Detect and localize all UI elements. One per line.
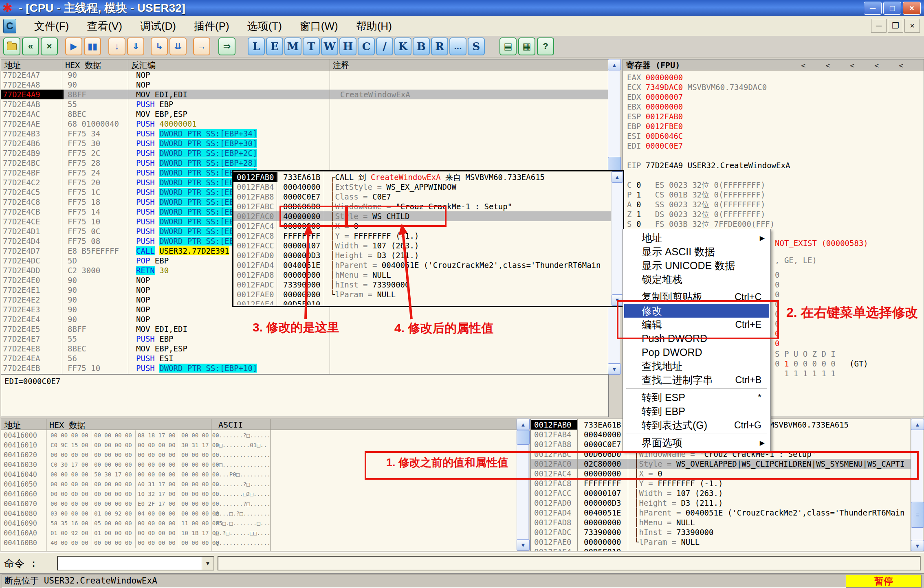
stack-row[interactable]: 0012FAD40040051E│hParent = 0040051E ('Cr… <box>233 260 611 270</box>
pause-button[interactable]: ▮▮ <box>84 37 101 55</box>
menu-item-popdword[interactable]: Pop DWORD <box>623 345 770 359</box>
flag-row[interactable]: C 0 ES 0023 32位 0(FFFFFFFF) <box>627 180 790 190</box>
disasm-row[interactable]: 77D2E4EA56PUSH ESI <box>1 353 608 363</box>
stack-scrollbar[interactable] <box>911 419 923 551</box>
stack-row[interactable]: 0012FAB0733EA61B┌CALL 到 CreateWindowExA … <box>233 172 611 182</box>
register-row[interactable]: EIP 77D2E4A9 USER32.CreateWindowExA <box>627 160 790 170</box>
menu-item-[interactable]: 界面选项▶ <box>623 436 770 450</box>
register-row[interactable]: EBX 00000000 <box>627 102 790 112</box>
disasm-row[interactable]: 77D2E4A890NOP <box>1 80 608 90</box>
menu-item-esp[interactable]: 转到 ESP* <box>623 391 770 404</box>
view-button-h[interactable]: H <box>339 37 356 55</box>
disasm-row[interactable]: 77D2E4B9FF75 2CPUSH DWORD PTR SS:[EBP+2C… <box>1 148 608 158</box>
collapse-icon[interactable]: < <box>801 61 805 70</box>
stack-row[interactable]: 0012FAC8FFFFFFFF│Y = FFFFFFFF (-1.) <box>233 231 611 241</box>
view-button-e[interactable]: E <box>266 37 283 55</box>
menubar-item[interactable]: 调试(D) <box>140 19 176 33</box>
dropdown-arrow-icon[interactable]: ▼ <box>202 557 213 570</box>
menubar-item[interactable]: 查看(V) <box>87 19 122 33</box>
register-row[interactable]: EDX 00000007 <box>627 92 790 102</box>
dump-row[interactable]: 0041607000 00 00 0000 00 00 00E0 2F 17 0… <box>1 499 517 509</box>
dump-row[interactable]: 0041600000 00 00 0000 00 00 0088 18 17 0… <box>1 430 517 440</box>
col-ascii[interactable]: ASCII <box>218 420 243 430</box>
run-button[interactable]: ▶ <box>65 37 82 55</box>
disasm-row[interactable]: 77D2E4AC8BECMOV EBP,ESP <box>1 109 608 119</box>
log-window-button[interactable]: ▤ <box>499 37 517 55</box>
view-button-/[interactable]: / <box>376 37 393 55</box>
disasm-row[interactable]: 77D2E4A98BFFMOV EDI,EDICreateWindowExA <box>1 90 608 99</box>
help-button[interactable]: ? <box>537 37 554 55</box>
stack-row[interactable]: 0012FABC00D606D0│WindowName = "Crouz Cra… <box>233 202 611 211</box>
view-button-r[interactable]: R <box>431 37 448 55</box>
col-address[interactable]: 地址 <box>4 420 21 431</box>
stack-row[interactable]: 0012FADC73390000│hInst = 73390000 <box>233 280 611 290</box>
maximize-button[interactable]: □ <box>883 2 901 15</box>
view-button-s[interactable]: S <box>468 37 485 55</box>
stack-row[interactable]: 0012FACC00000107│Width = 107 (263.) <box>531 488 911 498</box>
stack-row[interactable]: 0012FAE000000000└lParam = NULL <box>531 537 911 547</box>
open-file-button[interactable] <box>3 37 20 55</box>
flag-row[interactable]: S 0 FS 003B 32位 7FFDE000(FFF) <box>627 219 790 229</box>
stack-row[interactable]: 0012FAC8FFFFFFFF│Y = FFFFFFFF (-1.) <box>531 478 911 488</box>
step-over-button[interactable]: ⇓ <box>127 37 144 55</box>
disasm-row[interactable]: 77D2E4A790NOP <box>1 70 608 80</box>
stack-row[interactable]: 0012FAC002C80000│Style = WS_OVERLAPPED|W… <box>531 459 911 469</box>
dump-row[interactable]: 004160A001 00 92 0001 00 00 0000 00 00 0… <box>1 528 517 538</box>
scroll-down-icon[interactable] <box>911 540 924 551</box>
view-button-b[interactable]: B <box>413 37 430 55</box>
stack-row[interactable]: 0012FADC73390000│hInst = 73390000 <box>531 527 911 537</box>
scroll-up-icon[interactable] <box>517 419 530 430</box>
register-row[interactable]: ESP 0012FAB0 <box>627 112 790 121</box>
menubar-item[interactable]: 帮助(H) <box>356 19 392 33</box>
dump-row[interactable]: 00416010C0 9C 15 0000 00 00 0000 00 00 0… <box>1 440 517 450</box>
mdi-minimize-button[interactable]: ─ <box>871 19 887 33</box>
stack-row[interactable]: 0012FAC400000000│X = 0 <box>233 221 611 231</box>
stack-row[interactable]: 0012FAD40040051E│hParent = 0040051E ('Cr… <box>531 508 911 518</box>
dump-row[interactable]: 004160B040 00 00 0000 00 00 0000 00 00 0… <box>1 538 517 548</box>
menu-item-[interactable]: 修改 <box>624 304 769 318</box>
scroll-up-icon[interactable] <box>612 171 623 183</box>
menu-item-ascii[interactable]: 显示 ASCII 数据 <box>623 245 770 259</box>
scroll-up-icon[interactable] <box>911 419 924 430</box>
popup-scrollbar[interactable] <box>612 171 623 306</box>
animate-over-button[interactable]: ⇊ <box>169 37 187 55</box>
dump-row[interactable]: 0041609058 35 16 0005 00 00 0000 00 00 0… <box>1 518 517 528</box>
mdi-restore-button[interactable]: ❐ <box>888 19 903 33</box>
scroll-up-icon[interactable] <box>608 59 621 70</box>
flag-row[interactable]: P 1 CS 001B 32位 0(FFFFFFFF) <box>627 190 790 200</box>
disasm-row[interactable]: 77D2E4AE68 01000040PUSH 40000001 <box>1 119 608 129</box>
scroll-thumb[interactable] <box>911 502 924 528</box>
register-row[interactable]: EBP 0012FBE0 <box>627 121 790 131</box>
scroll-down-icon[interactable] <box>517 539 530 551</box>
disasm-row[interactable]: 77D2E4B6FF75 30PUSH DWORD PTR SS:[EBP+30… <box>1 138 608 148</box>
menu-item-[interactable]: 地址▶ <box>623 231 770 245</box>
view-button-...[interactable]: ... <box>449 37 466 55</box>
command-input[interactable] <box>58 557 202 570</box>
menu-item-g[interactable]: 转到表达式(G)Ctrl+G <box>623 418 770 432</box>
disasm-row[interactable]: 77D2E4E88BECMOV EBP,ESP <box>1 344 608 353</box>
dump-row[interactable]: 0041606000 00 00 0000 00 00 0010 32 17 0… <box>1 489 517 499</box>
view-button-c[interactable]: C <box>358 37 375 55</box>
menu-item-[interactable]: 编辑Ctrl+E <box>623 318 770 331</box>
disasm-row[interactable]: 77D2E4B3FF75 34PUSH DWORD PTR SS:[EBP+34… <box>1 129 608 138</box>
register-row[interactable]: EDI 0000C0E7 <box>627 141 790 151</box>
disasm-row[interactable]: 77D2E4AB55PUSH EBP <box>1 99 608 109</box>
collapse-icon[interactable]: < <box>899 61 903 70</box>
stack-row[interactable]: 0012FAD800000000│hMenu = NULL <box>531 518 911 527</box>
disasm-row[interactable]: 77D2E4EBFF75 10PUSH DWORD PTR SS:[EBP+10… <box>1 363 608 373</box>
menu-item-[interactable]: 复制到剪贴板Ctrl+C <box>623 290 770 304</box>
menubar-item[interactable]: 窗口(W) <box>300 19 338 33</box>
view-button-w[interactable]: W <box>321 37 338 55</box>
step-into-button[interactable]: ↓ <box>108 37 125 55</box>
stack-row[interactable]: 0012FAD0000000D3│Height = D3 (211.) <box>233 250 611 260</box>
windows-button[interactable]: ▦ <box>518 37 535 55</box>
col-disasm[interactable]: 反汇编 <box>131 60 156 70</box>
dump-row[interactable]: 0041608003 00 00 0001 00 92 0004 00 00 0… <box>1 509 517 518</box>
register-row[interactable]: EAX 00000000 <box>627 72 790 82</box>
scroll-thumb[interactable] <box>517 430 530 445</box>
menu-item-[interactable]: 查找二进制字串Ctrl+B <box>623 373 770 387</box>
col-comment[interactable]: 注释 <box>333 60 349 70</box>
dump-row[interactable]: 0041604000 00 00 0050 30 17 0000 00 00 0… <box>1 470 517 479</box>
col-hex[interactable]: HEX 数据 <box>49 420 85 431</box>
restart-button[interactable]: « <box>22 37 39 55</box>
